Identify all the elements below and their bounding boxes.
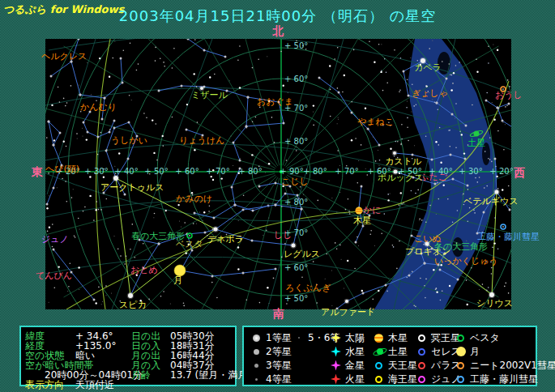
- legend-label: 海王星: [388, 374, 417, 384]
- axis-label: + 60°: [284, 75, 308, 83]
- legend-label: 天王星: [388, 360, 417, 370]
- legend-symbol: [418, 376, 425, 383]
- legend-symbol: [254, 364, 258, 368]
- chart-label: 月: [173, 276, 182, 285]
- chart-label: 土星: [467, 138, 485, 147]
- chart-label: いっかくじゅう: [434, 257, 498, 266]
- chart-label: カペラ: [414, 63, 442, 72]
- legend-item: 水星: [330, 346, 365, 357]
- direction-label-south: 南: [273, 308, 284, 319]
- info-left-row-5-label: 表示方向: [25, 379, 64, 390]
- legend-symbol: [253, 334, 260, 342]
- chart-label: かみのけ: [176, 194, 212, 203]
- legend-label: 4等星: [266, 374, 292, 384]
- saturn-icon: [373, 346, 385, 357]
- chart-label: レグルス: [284, 249, 320, 258]
- chart-label: かに: [363, 206, 382, 215]
- axis-label: + 80°: [238, 168, 262, 176]
- legend-label: ベスタ: [470, 333, 500, 343]
- legend-symbol: [298, 337, 300, 339]
- info-right-row-4-label: 月齢: [131, 369, 151, 381]
- chart-label: おうし: [495, 91, 523, 100]
- legend-column-0: 1等星2等星3等星4等星: [250, 332, 292, 385]
- chart-label: アルファード: [321, 308, 375, 317]
- info-panel: 緯度+ 34.6°経度+135.0°空の状態暗い空が暗い時間帯20時00分～04…: [19, 326, 237, 386]
- chart-label: スピカ: [119, 300, 147, 309]
- legend-item: ニート2002V1彗星: [455, 360, 555, 371]
- legend-column-5: ベスタ月ニート2002V1彗星工藤・藤川彗星: [455, 332, 555, 385]
- legend-symbol: [375, 362, 382, 369]
- chart-label: やまねこ: [357, 117, 394, 126]
- info-left-row-5: 表示方向天頂付近: [25, 380, 64, 390]
- ring-symbol-icon: [373, 373, 385, 385]
- legend-item: 海王星: [373, 373, 417, 385]
- chart-label: ベテルギウス: [463, 197, 519, 206]
- chart-label: ヘルクレス: [41, 52, 87, 61]
- legend-symbol: [374, 334, 383, 343]
- axis-label: + 80°: [303, 168, 327, 176]
- axis-label: + 40°: [114, 168, 138, 176]
- legend-item: 3等星: [250, 360, 292, 371]
- jupiter-icon: [373, 332, 385, 343]
- legend-symbol: [254, 349, 259, 355]
- chart-label: デネボラ: [207, 235, 244, 244]
- chart-label: かんむり: [80, 103, 117, 112]
- legend-symbol: [331, 360, 341, 371]
- axis-label: + 50°: [284, 42, 308, 50]
- ring-symbol-icon: [416, 360, 428, 371]
- chart-label: ろくぶんぎ: [285, 283, 331, 292]
- chart-label: ジュノ: [41, 235, 69, 244]
- chart-label: 冬の大三角形: [434, 242, 488, 251]
- chart-label: 木星: [353, 216, 371, 225]
- info-right-row-4: 月齢13.7 (望月・満月): [131, 370, 151, 380]
- legend-label: 木星: [388, 333, 408, 343]
- legend-label: 2等星: [266, 347, 292, 356]
- axis-label: + 30°: [459, 168, 482, 176]
- axis-label: + 20°: [489, 168, 513, 176]
- legend-label: 火星: [345, 374, 365, 384]
- axis-label: + 50°: [144, 168, 168, 176]
- legend-label: 月: [470, 347, 480, 356]
- ring-symbol-icon: [455, 332, 467, 343]
- legend-column-2: 太陽水星金星火星: [330, 332, 365, 385]
- chart-label: おとめ: [130, 266, 158, 275]
- legend-item: 4等星: [250, 373, 292, 385]
- legend-label: 工藤・藤川彗星: [470, 374, 538, 384]
- axis-label: + 90°: [280, 168, 303, 176]
- planet-diamond-icon: [330, 360, 342, 371]
- info-left-row-5-value: 天頂付近: [75, 380, 114, 390]
- magnitude-4-icon: [250, 373, 263, 385]
- ring-symbol-icon: [416, 373, 428, 385]
- chart-label: ぎょしゃ: [412, 89, 448, 98]
- chart-label: しし: [274, 231, 292, 240]
- legend-item: 天王星: [373, 360, 417, 371]
- chart-label: うしかい: [111, 136, 147, 145]
- magnitude-1-icon: [250, 332, 263, 343]
- star: [513, 127, 515, 130]
- planet-diamond-icon: [330, 373, 342, 385]
- chart-label: ミザール: [191, 91, 228, 100]
- app-window: つるぷら for Windows 2003年04月15日21時00分 （明石） …: [0, 0, 555, 392]
- magnitude-5-icon: [292, 332, 305, 343]
- chart-label: 工藤・藤川彗星: [477, 232, 540, 241]
- chart-label: ポルックス: [378, 173, 423, 182]
- legend-panel: 1等星2等星3等星4等星5・6等太陽水星金星火星木星土星天王星海王星冥王星セレス…: [242, 326, 537, 386]
- chart-label: こじし: [281, 177, 309, 186]
- axis-label: + 80°: [284, 138, 308, 146]
- legend-symbol: [418, 362, 425, 369]
- legend-symbol: [255, 378, 258, 381]
- magnitude-2-icon: [250, 346, 263, 357]
- legend-symbol: [457, 362, 464, 369]
- legend-item: 太陽: [330, 332, 365, 343]
- legend-item: 工藤・藤川彗星: [455, 373, 555, 385]
- legend-label: 土星: [388, 347, 408, 356]
- legend-label: 金星: [345, 360, 365, 370]
- legend-symbol: [331, 374, 341, 385]
- legend-symbol: [456, 347, 466, 356]
- legend-label: 1等星: [266, 333, 292, 343]
- legend-symbol: [373, 347, 385, 356]
- magnitude-3-icon: [250, 360, 263, 371]
- direction-label-west: 西: [514, 167, 525, 178]
- axis-label: + 50°: [284, 295, 308, 303]
- legend-symbol: [418, 334, 425, 342]
